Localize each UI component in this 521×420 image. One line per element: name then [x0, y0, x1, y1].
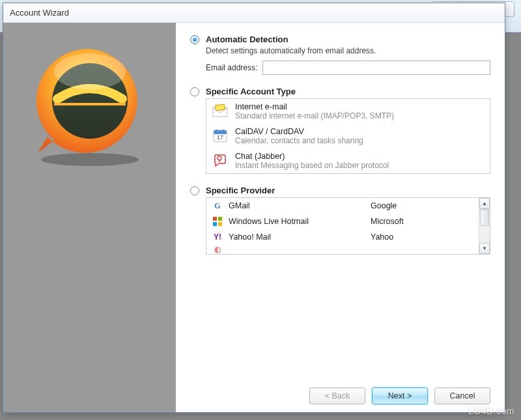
list-item-title: Internet e-mail — [235, 102, 485, 111]
svg-point-13 — [223, 130, 225, 132]
specific-account-type-label: Specific Account Type — [206, 87, 296, 96]
provider-company: Microsoft — [371, 217, 404, 226]
svg-rect-8 — [216, 104, 225, 111]
specific-account-type-radio[interactable] — [190, 87, 199, 96]
automatic-detection-section: Automatic Detection Detect settings auto… — [190, 35, 490, 75]
list-item-desc: Standard internet e-mail (IMAP/POP3, SMT… — [235, 111, 485, 120]
provider-name: GMail — [229, 201, 365, 210]
automatic-detection-label: Automatic Detection — [206, 35, 288, 44]
provider-company: Yahoo — [371, 232, 393, 242]
svg-rect-19 — [218, 222, 222, 226]
list-item[interactable]: Y! Yahoo! Mail Yahoo — [206, 229, 479, 245]
specific-provider-label: Specific Provider — [206, 186, 275, 195]
cancel-button[interactable]: Cancel — [434, 387, 490, 404]
list-item-desc: Instant Messaging based on Jabber protoc… — [235, 161, 485, 170]
list-item[interactable]: Windows Live Hotmail Microsoft — [206, 214, 479, 229]
scroll-thumb[interactable] — [480, 209, 489, 226]
svg-text:17: 17 — [217, 134, 223, 141]
email-address-input[interactable] — [262, 61, 490, 75]
list-item[interactable]: Chat (Jabber) Instant Messaging based on… — [206, 148, 490, 173]
svg-point-6 — [54, 53, 126, 90]
svg-rect-17 — [218, 217, 222, 221]
provider-icon: ◐ — [212, 245, 223, 254]
envelope-icon — [212, 102, 229, 119]
gmail-icon: G — [212, 200, 223, 212]
list-item[interactable]: G GMail Google — [206, 198, 479, 214]
provider-name: Yahoo! Mail — [229, 232, 365, 242]
specific-provider-radio[interactable] — [190, 186, 199, 195]
account-wizard-dialog: Account Wizard — [3, 3, 505, 413]
back-button[interactable]: < Back — [309, 387, 365, 404]
account-type-listbox: Internet e-mail Standard internet e-mail… — [206, 98, 490, 174]
wizard-sidebar — [3, 23, 176, 412]
yahoo-icon: Y! — [212, 231, 223, 243]
lightbulb-chat-icon — [212, 152, 229, 169]
list-item-title: Chat (Jabber) — [235, 152, 485, 161]
list-item-desc: Calendar, contacts and tasks sharing — [235, 136, 485, 145]
provider-name: Windows Live Hotmail — [229, 217, 365, 226]
automatic-detection-radio[interactable] — [190, 35, 199, 44]
list-item[interactable]: 17 CalDAV / CardDAV Calendar, contacts a… — [206, 124, 490, 148]
svg-rect-18 — [213, 222, 217, 226]
svg-point-12 — [216, 130, 218, 132]
scrollbar[interactable]: ▲ ▼ — [479, 198, 490, 254]
svg-point-4 — [41, 153, 139, 166]
scroll-up-button[interactable]: ▲ — [479, 198, 490, 209]
scroll-down-button[interactable]: ▼ — [479, 243, 490, 254]
next-button[interactable]: Next > — [372, 387, 428, 404]
scroll-track[interactable] — [479, 209, 490, 243]
specific-account-type-section: Specific Account Type Internet e-mail St… — [190, 87, 490, 174]
list-item-title: CalDAV / CardDAV — [235, 127, 485, 136]
svg-rect-16 — [213, 217, 217, 221]
list-item[interactable]: ◐ — [206, 245, 479, 254]
provider-company: Google — [371, 201, 397, 210]
app-logo-icon — [25, 39, 155, 169]
dialog-titlebar[interactable]: Account Wizard — [3, 3, 505, 23]
wizard-main-panel: Automatic Detection Detect settings auto… — [176, 23, 505, 412]
automatic-detection-description: Detect settings automatically from email… — [206, 46, 490, 55]
list-item[interactable]: Internet e-mail Standard internet e-mail… — [206, 99, 490, 124]
windows-live-icon — [212, 216, 223, 227]
provider-listbox: G GMail Google Windows Live Hotmail Micr… — [206, 197, 490, 255]
specific-provider-section: Specific Provider G GMail Google — [190, 186, 490, 255]
wizard-footer: < Back Next > Cancel — [190, 378, 490, 404]
email-address-label: Email address: — [206, 63, 257, 72]
dialog-title: Account Wizard — [10, 8, 69, 18]
calendar-icon: 17 — [212, 127, 229, 144]
